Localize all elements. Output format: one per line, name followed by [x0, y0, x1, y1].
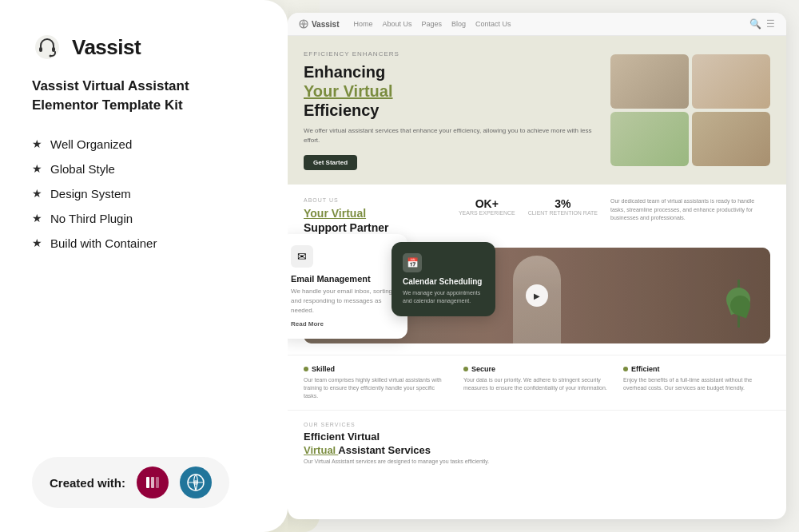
- star-icon-3: ★: [32, 212, 42, 224]
- hero-img-3: [610, 112, 689, 166]
- email-card-text: We handle your email inbox, sorting, and…: [291, 287, 396, 316]
- services-headline: Efficient Virtual Virtual Assistant Serv…: [304, 431, 770, 458]
- feature-item-1: ★ Global Style: [32, 162, 256, 176]
- svg-rect-1: [39, 47, 42, 52]
- feature-secure-desc: Your data is our priority. We adhere to …: [463, 376, 610, 392]
- about-label: ABOUT US: [304, 197, 446, 203]
- email-card-link[interactable]: Read More: [291, 320, 396, 328]
- stat-label-2: CLIENT RETENTION RATE: [528, 210, 598, 216]
- nav-pages[interactable]: Pages: [422, 20, 443, 28]
- headset-icon: [32, 32, 62, 62]
- hero-img-1: [610, 54, 689, 109]
- svg-rect-6: [156, 477, 159, 488]
- feature-secure: Secure Your data is our priority. We adh…: [463, 365, 610, 399]
- stat-item-1: OK+ YEARS EXPERIENCE: [459, 197, 515, 216]
- nav-about[interactable]: About Us: [383, 20, 412, 28]
- logo-row: Vassist: [32, 32, 256, 62]
- feature-item-2: ★ Design System: [32, 187, 256, 200]
- services-headline-line1: Efficient Virtual: [304, 431, 770, 444]
- services-section: OUR SERVICES Efficient Virtual Virtual A…: [288, 410, 786, 477]
- feature-efficient-desc: Enjoy the benefits of a full-time assist…: [623, 376, 770, 392]
- feature-item-0: ★ Well Organized: [32, 137, 256, 151]
- star-icon-0: ★: [32, 137, 42, 150]
- browser-brand: Vassist: [312, 20, 339, 29]
- feature-label-1: Global Style: [50, 162, 115, 176]
- hero-text: EFFICIENCY ENHANCERS Enhancing Your Virt…: [304, 50, 598, 170]
- calendar-icon: 📅: [403, 253, 422, 272]
- email-card: ✉ Email Management We handle your email …: [288, 234, 407, 339]
- feature-label-2: Design System: [50, 187, 131, 200]
- hero-headline: Enhancing Your Virtual Efficiency: [304, 62, 598, 120]
- email-icon: ✉: [291, 245, 313, 268]
- star-icon-4: ★: [32, 236, 42, 249]
- svg-rect-2: [52, 47, 55, 52]
- feature-secure-title: Secure: [463, 365, 610, 373]
- hero-section: EFFICIENCY ENHANCERS Enhancing Your Virt…: [288, 36, 786, 185]
- hero-eyebrow: EFFICIENCY ENHANCERS: [304, 50, 598, 58]
- created-with-label: Created with:: [50, 476, 125, 490]
- brand-tagline: Vassist Virtual Assistant Elementor Temp…: [32, 77, 256, 115]
- star-icon-1: ★: [32, 162, 42, 175]
- nav-contact[interactable]: Contact Us: [475, 20, 511, 28]
- feature-item-4: ★ Build with Container: [32, 236, 256, 250]
- menu-icon[interactable]: ☰: [766, 18, 775, 30]
- feature-efficient-title: Efficient: [623, 365, 770, 373]
- feature-label-4: Build with Container: [50, 236, 157, 250]
- about-stats: OK+ YEARS EXPERIENCE 3% CLIENT RETENTION…: [459, 197, 598, 216]
- features-row-section: Skilled Our team comprises highly skille…: [288, 355, 786, 409]
- calendar-card-text: We manage your appointments and calendar…: [403, 289, 484, 305]
- wordpress-badge: [180, 466, 212, 498]
- search-icon[interactable]: 🔍: [749, 18, 761, 30]
- feature-label-3: No Third Plugin: [50, 212, 133, 225]
- browser-nav: Home About Us Pages Blog Contact Us: [353, 20, 511, 28]
- services-label: OUR SERVICES: [304, 422, 770, 427]
- hero-img-4: [692, 112, 770, 166]
- feature-skilled: Skilled Our team comprises highly skille…: [304, 365, 451, 399]
- svg-rect-5: [151, 477, 154, 488]
- stat-label-1: YEARS EXPERIENCE: [459, 210, 515, 216]
- hero-highlight: Your Virtual: [304, 82, 393, 100]
- feature-dot-1: [304, 367, 308, 371]
- brand-name: Vassist: [72, 35, 141, 60]
- browser-actions: 🔍 ☰: [749, 18, 775, 30]
- svg-point-8: [193, 480, 198, 485]
- feature-skilled-desc: Our team comprises highly skilled virtua…: [304, 376, 451, 399]
- feature-item-3: ★ No Third Plugin: [32, 212, 256, 225]
- stat-number-1: OK+: [459, 197, 515, 210]
- calendar-card-title: Calendar Scheduling: [403, 277, 484, 286]
- left-panel: Vassist Vassist Virtual Assistant Elemen…: [0, 0, 288, 532]
- services-headline-highlight: Virtual: [304, 444, 338, 456]
- svg-rect-4: [146, 477, 149, 488]
- star-icon-2: ★: [32, 187, 42, 200]
- email-card-title: Email Management: [291, 274, 396, 284]
- right-panel: BAs Our Virtual Assi...gives... ✉ Email …: [288, 0, 799, 532]
- features-list: ★ Well Organized ★ Global Style ★ Design…: [32, 137, 256, 250]
- feature-label-0: Well Organized: [50, 137, 132, 151]
- about-text: ABOUT US Your Virtual Support Partner: [304, 197, 446, 235]
- about-desc: Our dedicated team of virtual assistants…: [610, 197, 770, 223]
- stat-number-2: 3%: [528, 197, 598, 210]
- calendar-card: 📅 Calendar Scheduling We manage your app…: [392, 242, 495, 316]
- about-headline-highlight: Your Virtual: [304, 207, 366, 220]
- feature-skilled-title: Skilled: [304, 365, 451, 373]
- created-with-row: Created with:: [32, 457, 229, 508]
- play-button[interactable]: ▶: [526, 284, 548, 307]
- feature-dot-3: [623, 367, 628, 371]
- feature-efficient: Efficient Enjoy the benefits of a full-t…: [623, 365, 770, 399]
- hero-subtext: We offer virtual assistant services that…: [304, 126, 598, 145]
- feature-dot-2: [463, 367, 468, 371]
- about-headline: Your Virtual Support Partner: [304, 206, 446, 235]
- cards-overlay: ✉ Email Management We handle your email …: [288, 234, 503, 339]
- services-desc: Our Virtual Assistant services are desig…: [304, 458, 770, 466]
- browser-logo: Vassist: [299, 19, 339, 29]
- elementor-badge: [137, 466, 169, 498]
- stat-item-2: 3% CLIENT RETENTION RATE: [528, 197, 598, 216]
- browser-bar: Vassist Home About Us Pages Blog Contact…: [288, 13, 786, 36]
- nav-blog[interactable]: Blog: [451, 20, 466, 28]
- hero-images: [610, 54, 770, 166]
- svg-point-3: [50, 55, 52, 58]
- hero-cta-button[interactable]: Get Started: [304, 155, 357, 170]
- nav-home[interactable]: Home: [353, 20, 372, 28]
- hero-img-2: [692, 54, 770, 109]
